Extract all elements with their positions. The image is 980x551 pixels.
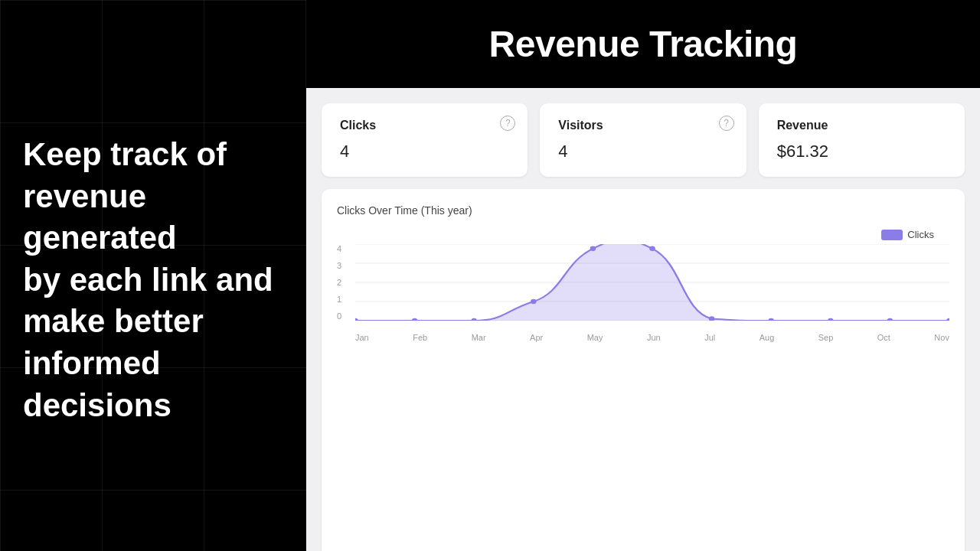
y-axis: 4 3 2 1 0 xyxy=(337,244,352,321)
tagline-line-5: informed decisions xyxy=(23,343,283,426)
x-label-sep: Sep xyxy=(818,333,834,342)
tagline: Keep track of revenue generated by each … xyxy=(15,134,291,426)
svg-point-5 xyxy=(355,318,358,321)
y-label-0: 0 xyxy=(337,311,352,321)
chart-svg-area xyxy=(355,244,949,321)
revenue-label: Revenue xyxy=(777,119,946,132)
legend-label: Clicks xyxy=(907,229,934,240)
y-label-2: 2 xyxy=(337,278,352,287)
svg-point-10 xyxy=(649,246,655,252)
chart-legend: Clicks xyxy=(881,229,934,240)
clicks-label: Clicks xyxy=(340,119,509,132)
svg-point-14 xyxy=(887,318,893,321)
visitors-value: 4 xyxy=(558,142,727,161)
svg-point-15 xyxy=(946,318,949,321)
x-label-jun: Jun xyxy=(647,333,661,342)
x-label-oct: Oct xyxy=(877,333,890,342)
stats-row: Clicks ? 4 Visitors ? 4 Revenue $61.32 xyxy=(322,103,965,177)
y-label-4: 4 xyxy=(337,244,352,253)
svg-point-9 xyxy=(590,246,596,252)
dashboard: Clicks ? 4 Visitors ? 4 Revenue $61.32 C… xyxy=(306,88,980,551)
x-label-may: May xyxy=(587,333,603,342)
revenue-card: Revenue $61.32 xyxy=(759,103,965,177)
x-label-feb: Feb xyxy=(413,333,427,342)
svg-point-11 xyxy=(709,316,715,321)
x-label-apr: Apr xyxy=(530,333,543,342)
clicks-help-icon[interactable]: ? xyxy=(500,116,515,131)
tagline-line-2: revenue generated xyxy=(23,176,283,259)
chart-title: Clicks Over Time (This year) xyxy=(337,204,949,217)
left-panel: Keep track of revenue generated by each … xyxy=(0,0,306,551)
tagline-line-4: make better xyxy=(23,301,283,343)
chart-area: Clicks 4 3 2 1 0 xyxy=(337,229,949,351)
x-axis: Jan Feb Mar Apr May Jun Jul Aug Sep Oct … xyxy=(355,333,949,351)
x-label-jul: Jul xyxy=(704,333,715,342)
x-label-jan: Jan xyxy=(355,333,369,342)
svg-point-7 xyxy=(471,318,477,321)
clicks-value: 4 xyxy=(340,142,509,161)
right-panel: Revenue Tracking Clicks ? 4 Visitors ? 4… xyxy=(306,0,980,551)
x-label-mar: Mar xyxy=(472,333,486,342)
svg-point-8 xyxy=(531,299,537,305)
tagline-line-1: Keep track of xyxy=(23,134,283,176)
header: Revenue Tracking xyxy=(306,0,980,88)
tagline-line-3: by each link and xyxy=(23,259,283,302)
clicks-card: Clicks ? 4 xyxy=(322,103,528,177)
revenue-value: $61.32 xyxy=(777,142,946,161)
x-label-aug: Aug xyxy=(760,333,775,342)
visitors-card: Visitors ? 4 xyxy=(540,103,746,177)
x-label-nov: Nov xyxy=(934,333,949,342)
page-title: Revenue Tracking xyxy=(322,23,965,65)
svg-point-12 xyxy=(768,318,774,321)
svg-point-6 xyxy=(412,318,418,321)
visitors-help-icon[interactable]: ? xyxy=(719,116,734,131)
chart-container: Clicks Over Time (This year) Clicks 4 3 … xyxy=(322,189,965,551)
y-label-1: 1 xyxy=(337,295,352,304)
y-label-3: 3 xyxy=(337,261,352,270)
visitors-label: Visitors xyxy=(558,119,727,132)
legend-color-swatch xyxy=(881,230,903,240)
svg-point-13 xyxy=(828,318,834,321)
